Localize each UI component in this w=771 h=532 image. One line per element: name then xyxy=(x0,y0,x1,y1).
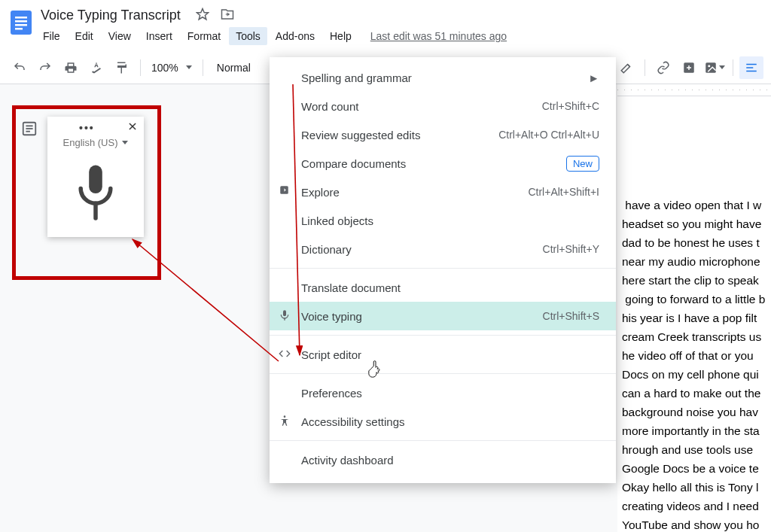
svg-point-23 xyxy=(284,415,286,418)
svg-rect-3 xyxy=(15,24,27,26)
voice-language-label: English (US) xyxy=(63,137,118,148)
menu-format[interactable]: Format xyxy=(181,27,227,45)
title-bar: Voice Typing Transcript File Edit View I… xyxy=(0,0,771,45)
voice-language-select[interactable]: English (US) xyxy=(47,135,144,154)
ruler xyxy=(617,84,771,96)
star-icon[interactable] xyxy=(196,8,209,23)
close-icon[interactable] xyxy=(127,121,138,134)
svg-point-8 xyxy=(708,65,710,67)
document-body[interactable]: have a video open that I w headset so yo… xyxy=(617,96,771,532)
highlight-icon[interactable] xyxy=(614,56,638,79)
menuitem-dictionary[interactable]: DictionaryCtrl+Shift+Y xyxy=(270,235,616,263)
link-icon[interactable] xyxy=(651,56,675,79)
svg-rect-0 xyxy=(11,11,32,35)
paragraph-style-select[interactable]: Normal xyxy=(209,62,258,74)
more-icon[interactable]: ••• xyxy=(79,122,95,134)
menuitem-accessibility[interactable]: Accessibility settings xyxy=(270,407,616,436)
work-area: ••• English (US) Spelling and grammar► W… xyxy=(0,84,771,532)
menuitem-explore[interactable]: ExploreCtrl+Alt+Shift+I xyxy=(270,178,616,206)
svg-rect-11 xyxy=(746,70,757,71)
spellcheck-icon[interactable] xyxy=(84,56,108,79)
menuitem-compare-documents[interactable]: Compare documentsNew xyxy=(270,149,616,178)
zoom-select[interactable]: 100% xyxy=(147,62,197,74)
paint-format-icon[interactable] xyxy=(110,56,134,79)
explore-icon xyxy=(279,184,292,200)
submenu-arrow-icon: ► xyxy=(588,71,599,84)
menu-file[interactable]: File xyxy=(36,27,67,45)
menu-insert[interactable]: Insert xyxy=(139,27,179,45)
accessibility-icon xyxy=(279,415,291,429)
chevron-down-icon xyxy=(186,65,192,69)
menu-bar: File Edit View Insert Format Tools Add-o… xyxy=(36,27,507,45)
cursor-hand-icon xyxy=(367,360,384,382)
tools-dropdown: Spelling and grammar► Word countCtrl+Shi… xyxy=(270,57,616,483)
undo-icon[interactable] xyxy=(8,56,32,79)
menu-edit[interactable]: Edit xyxy=(69,27,100,45)
menuitem-activity-dashboard[interactable]: Activity dashboard xyxy=(270,445,616,474)
svg-rect-1 xyxy=(15,17,27,19)
menuitem-linked-objects[interactable]: Linked objects xyxy=(270,206,616,235)
chevron-down-icon xyxy=(719,65,725,69)
menuitem-spelling-grammar[interactable]: Spelling and grammar► xyxy=(270,63,616,92)
image-icon[interactable] xyxy=(702,56,727,79)
menuitem-translate-document[interactable]: Translate document xyxy=(270,273,616,302)
move-icon[interactable] xyxy=(220,8,235,23)
menu-view[interactable]: View xyxy=(102,27,138,45)
menu-help[interactable]: Help xyxy=(323,27,358,45)
style-label: Normal xyxy=(217,62,251,74)
menuitem-script-editor[interactable]: Script editor xyxy=(270,340,616,369)
redo-icon[interactable] xyxy=(33,56,57,79)
print-icon[interactable] xyxy=(59,56,83,79)
align-icon[interactable] xyxy=(739,56,763,79)
menuitem-preferences[interactable]: Preferences xyxy=(270,378,616,407)
menuitem-voice-typing[interactable]: Voice typingCtrl+Shift+S xyxy=(270,302,616,330)
menuitem-review-edits[interactable]: Review suggested editsCtrl+Alt+O Ctrl+Al… xyxy=(270,120,616,149)
menu-addons[interactable]: Add-ons xyxy=(269,27,322,45)
chevron-down-icon xyxy=(122,141,128,144)
zoom-value: 100% xyxy=(151,62,178,74)
comment-icon[interactable] xyxy=(677,56,701,79)
svg-rect-18 xyxy=(89,166,102,193)
svg-rect-9 xyxy=(746,63,757,65)
annotation-highlight-box: ••• English (US) xyxy=(12,105,161,280)
svg-rect-10 xyxy=(746,67,753,68)
svg-rect-7 xyxy=(705,62,716,73)
last-edit-link[interactable]: Last edit was 51 minutes ago xyxy=(370,30,507,42)
svg-rect-21 xyxy=(283,310,286,316)
docs-logo-icon xyxy=(6,6,36,42)
voice-typing-panel[interactable]: ••• English (US) xyxy=(47,117,144,237)
mic-icon xyxy=(279,309,291,324)
script-icon xyxy=(279,348,291,362)
document-title[interactable]: Voice Typing Transcript xyxy=(36,6,185,25)
voice-mic-button[interactable] xyxy=(47,154,144,237)
new-badge: New xyxy=(566,156,599,172)
menu-tools[interactable]: Tools xyxy=(229,27,267,45)
menuitem-word-count[interactable]: Word countCtrl+Shift+C xyxy=(270,92,616,120)
svg-rect-2 xyxy=(15,20,27,23)
svg-rect-4 xyxy=(15,28,23,30)
svg-marker-5 xyxy=(197,8,208,19)
